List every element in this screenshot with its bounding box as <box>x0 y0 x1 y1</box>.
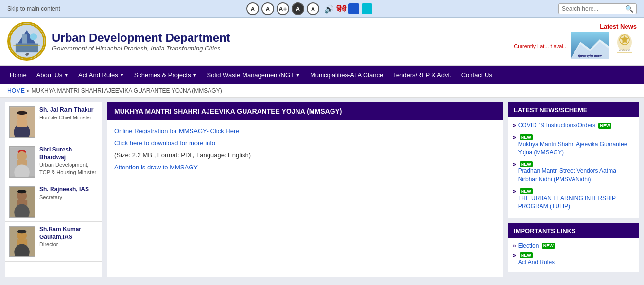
download-meta: (Size: 2.2 MB , Format: PDF, Language: E… <box>114 151 251 159</box>
person-card-minister: Shri Suresh Bhardwaj Urban Development, … <box>5 142 102 182</box>
search-input[interactable] <box>562 5 625 12</box>
contrast-normal-btn[interactable]: A <box>307 2 319 15</box>
act-rules-link[interactable]: Act And Rules <box>518 259 555 266</box>
nav-about[interactable]: About Us ▼ <box>32 66 73 84</box>
cm-name: Sh. Jai Ram Thakur <box>39 106 93 114</box>
bullet-icon: » <box>513 134 516 141</box>
nav-schemes-arrow: ▼ <box>192 72 197 78</box>
news-item-covid: » COVID 19 Instructions/Orders NEW <box>513 121 634 130</box>
bullet-icon: » <box>513 242 516 249</box>
svg-rect-3 <box>22 34 27 44</box>
hindi-lang-btn[interactable]: हिंदी <box>336 5 346 13</box>
currently-text: Currently Lat... t avai... <box>514 43 568 49</box>
font-large-btn[interactable]: A+ <box>277 2 289 15</box>
mmsagy-link[interactable]: Mukhya Mantri Shahri Ajeevika Guarantee … <box>518 141 627 156</box>
cm-info: Sh. Jai Ram Thakur Hon'ble Chief Ministe… <box>39 106 93 121</box>
new-badge-pmsva: NEW <box>520 161 533 167</box>
attention-text: Attention is draw to MMSAGY <box>114 164 496 171</box>
bullet-icon: » <box>513 122 516 129</box>
latest-news-body: » COVID 19 Instructions/Orders NEW » NEW… <box>508 117 639 218</box>
director-info: Sh.Ram Kumar Gautam,IAS Director <box>39 226 98 249</box>
contrast-cyan-btn[interactable] <box>362 3 372 14</box>
top-bar: Skip to main content A A A+ A A 🔊 हिंदी … <box>0 0 644 18</box>
content-body: Online Registration for MMSAGY- Click He… <box>107 120 503 178</box>
cm-photo <box>9 106 35 138</box>
nav-contact[interactable]: Contact Us <box>456 66 497 84</box>
director-name: Sh.Ram Kumar Gautam,IAS <box>39 226 98 241</box>
secretary-title: Secretary <box>39 194 89 201</box>
tulip-link[interactable]: THE URBAN LEARNING INTERSHIP PROGRAM (TU… <box>518 195 616 210</box>
minister-name: Shri Suresh Bhardwaj <box>39 146 98 161</box>
india-emblem: सत्यमेव जयते <box>612 33 637 59</box>
breadcrumb-separator: » <box>26 87 30 94</box>
bullet-icon: » <box>513 188 516 195</box>
listen-icon[interactable]: 🔊 <box>324 4 334 14</box>
hp-govt-logo: हिमाचल प्रदेश सरकार <box>571 32 609 60</box>
nav-solid-waste[interactable]: Solid Waste Management/NGT ▼ <box>202 66 305 84</box>
svg-text:सत्यमेव जयते: सत्यमेव जयते <box>618 49 630 51</box>
font-normal-btn[interactable]: A <box>261 2 274 15</box>
election-link[interactable]: Election <box>518 242 539 249</box>
person-card-secretary: Sh. Rajneesh, IAS Secretary <box>5 182 102 222</box>
pmsva-link[interactable]: Pradhan Mantri Street Vendors Aatma Nirb… <box>518 168 616 183</box>
svg-point-40 <box>17 230 27 233</box>
person-card-cm: Sh. Jai Ram Thakur Hon'ble Chief Ministe… <box>5 102 102 142</box>
breadcrumb: HOME » MUKHYA MANTRI SHAHRI AJEEVIKA GUA… <box>0 84 644 98</box>
download-link[interactable]: Click here to download for more info <box>114 139 496 147</box>
svg-rect-1 <box>16 44 38 53</box>
new-badge-tulip: NEW <box>520 188 533 194</box>
important-links-body: » Election NEW » NEW Act And Rules <box>508 238 639 272</box>
header-right: Latest News Currently Lat... t avai... ह… <box>514 23 637 60</box>
minister-title: Urban Development, TCP & Housing Ministe… <box>39 161 98 176</box>
svg-point-4 <box>30 33 37 40</box>
secretary-info: Sh. Rajneesh, IAS Secretary <box>39 186 89 201</box>
accessibility-controls: A A A+ A A 🔊 हिंदी <box>246 2 372 15</box>
news-item-pmsva: » NEW Pradhan Mantri Street Vendors Aatm… <box>513 160 634 184</box>
new-badge-mmsagy: NEW <box>520 134 533 140</box>
people-sidebar: Sh. Jai Ram Thakur Hon'ble Chief Ministe… <box>5 102 102 277</box>
cm-title: Hon'ble Chief Minister <box>39 114 93 121</box>
download-line: Click here to download for more info (Si… <box>114 139 496 159</box>
nav-tenders[interactable]: Tenders/RFP & Advt. <box>388 66 456 84</box>
search-container: 🔍 <box>558 3 637 14</box>
nav-municipalities[interactable]: Municipalities-At A Glance <box>305 66 388 84</box>
search-icon[interactable]: 🔍 <box>625 5 633 13</box>
main-content: Sh. Jai Ram Thakur Hon'ble Chief Ministe… <box>0 98 644 282</box>
covid-link[interactable]: COVID 19 Instructions/Orders <box>518 122 595 129</box>
org-logo: HP <box>7 22 46 61</box>
nav-about-arrow: ▼ <box>64 72 69 78</box>
contrast-dark-btn[interactable]: A <box>292 2 304 15</box>
news-item-tulip: » NEW THE URBAN LEARNING INTERSHIP PROGR… <box>513 187 634 211</box>
font-small-btn[interactable]: A <box>246 2 259 15</box>
director-photo <box>9 226 35 257</box>
search-box: 🔍 <box>558 3 637 14</box>
svg-point-22 <box>17 111 27 115</box>
svg-point-34 <box>17 190 27 193</box>
registration-link[interactable]: Online Registration for MMSAGY- Click He… <box>114 127 496 134</box>
nav-schemes[interactable]: Schemes & Projects ▼ <box>129 66 202 84</box>
minister-info: Shri Suresh Bhardwaj Urban Development, … <box>39 146 98 176</box>
org-title: Urban Development Department Government … <box>52 31 230 52</box>
svg-text:HP: HP <box>24 53 29 56</box>
header-branding: HP Urban Development Department Governme… <box>7 22 230 61</box>
nav-home[interactable]: Home <box>5 66 32 84</box>
secretary-name: Sh. Rajneesh, IAS <box>39 186 89 194</box>
svg-rect-16 <box>617 52 632 53</box>
secretary-photo <box>9 186 35 218</box>
director-title: Director <box>39 241 98 248</box>
bullet-icon: » <box>513 252 516 259</box>
breadcrumb-home[interactable]: HOME <box>7 87 25 94</box>
important-links-header: IMPORTANTS LINKS <box>508 223 639 238</box>
latest-news-header: LATEST NEWS/SCHEME <box>508 102 639 117</box>
main-nav: Home About Us ▼ Act And Rules ▼ Schemes … <box>0 66 644 84</box>
important-links-section: IMPORTANTS LINKS » Election NEW » NEW Ac… <box>508 223 639 272</box>
contrast-blue-btn[interactable] <box>348 3 359 14</box>
new-badge-covid: NEW <box>598 123 611 129</box>
right-sidebar: LATEST NEWS/SCHEME » COVID 19 Instructio… <box>508 102 639 277</box>
main-content-area: MUKHYA MANTRI SHAHRI AJEEVIKA GUARANTEE … <box>107 102 503 277</box>
site-header: HP Urban Development Department Governme… <box>0 18 644 66</box>
nav-act-rules[interactable]: Act And Rules ▼ <box>73 66 129 84</box>
latest-news-section: LATEST NEWS/SCHEME » COVID 19 Instructio… <box>508 102 639 218</box>
skip-link[interactable]: Skip to main content <box>7 5 60 12</box>
link-item-act-rules: » NEW Act And Rules <box>513 252 634 266</box>
